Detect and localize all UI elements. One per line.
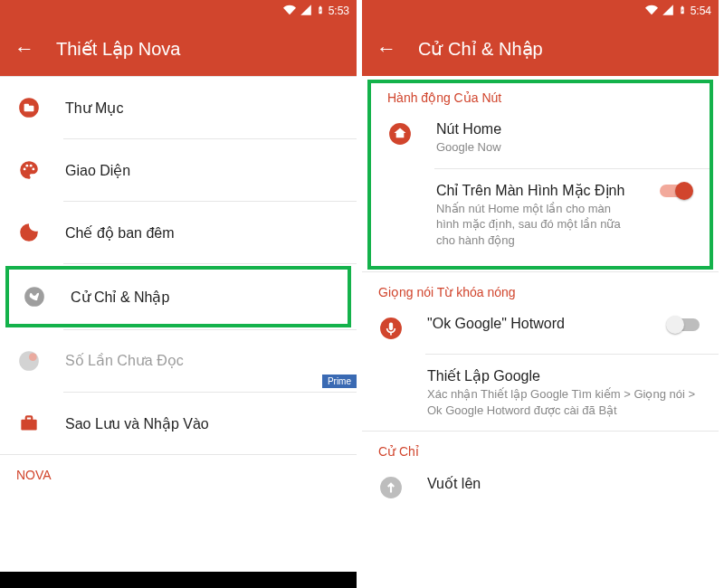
settings-list: Thư Mục Giao Diện Chế độ ban đêm Cử Chỉ … (0, 76, 357, 572)
status-bar: 5:53 (0, 0, 357, 22)
item-unread-count[interactable]: Số Lần Chưa Đọc Prime (0, 330, 357, 392)
item-label: Số Lần Chưa Đọc (65, 352, 340, 371)
prime-badge: Prime (322, 375, 357, 388)
divider (63, 263, 357, 264)
phone-right: 5:54 ← Cử Chỉ & Nhập Hành động Của Nút N… (362, 0, 724, 588)
item-label: Thư Mục (65, 100, 340, 117)
phone-left: 5:53 ← Thiết Lập Nova Thư Mục Giao Diện … (0, 0, 362, 588)
moon-icon (16, 220, 42, 245)
item-label: Chỉ Trên Màn Hình Mặc Định Nhấn nút Home… (436, 182, 634, 249)
battery-icon (316, 4, 325, 18)
svg-point-3 (24, 168, 26, 171)
item-home-button[interactable]: Nút Home Google Now (371, 109, 710, 168)
badge-icon (16, 348, 42, 374)
section-header-button-actions: Hành động Của Nút (371, 83, 710, 109)
palette-icon (16, 157, 42, 183)
svg-rect-2 (24, 104, 29, 107)
item-label: "Ok Google" Hotword (427, 316, 643, 334)
item-backup-import[interactable]: Sao Lưu và Nhập Vào (0, 393, 357, 454)
wifi-icon (283, 4, 296, 18)
app-bar: ← Thiết Lập Nova (0, 22, 357, 76)
section-header-hotword: Giọng nói Từ khóa nóng (362, 272, 719, 303)
item-label: Nút Home Google Now (436, 121, 693, 156)
status-time: 5:54 (691, 5, 711, 17)
battery-icon (678, 4, 687, 18)
svg-point-9 (29, 353, 37, 361)
svg-rect-11 (26, 416, 33, 420)
item-swipe-up[interactable]: Vuốt lên (362, 462, 719, 513)
gesture-icon (22, 284, 47, 309)
item-ok-google[interactable]: "Ok Google" Hotword (362, 303, 719, 354)
back-icon[interactable]: ← (14, 37, 34, 61)
app-bar: ← Cử Chỉ & Nhập (362, 22, 719, 76)
back-icon[interactable]: ← (376, 37, 396, 61)
svg-point-8 (19, 351, 39, 371)
folder-icon (16, 95, 42, 120)
signal-icon (662, 4, 674, 18)
item-label: Chế độ ban đêm (65, 224, 340, 242)
svg-point-6 (32, 168, 34, 171)
page-title: Cử Chỉ & Nhập (418, 38, 543, 60)
item-default-screen-only[interactable]: Chỉ Trên Màn Hình Mặc Định Nhấn nút Home… (371, 169, 710, 261)
mic-icon (378, 316, 404, 341)
nav-bar (0, 572, 357, 588)
page-title: Thiết Lập Nova (56, 38, 180, 60)
item-label: Giao Diện (65, 162, 340, 179)
item-night-mode[interactable]: Chế độ ban đêm (0, 202, 357, 263)
svg-point-5 (30, 165, 33, 167)
section-header-nova: NOVA (0, 455, 357, 486)
highlight-button-actions: Hành động Của Nút Nút Home Google Now Ch… (367, 80, 713, 270)
briefcase-icon (16, 411, 42, 436)
wifi-icon (645, 4, 658, 18)
svg-point-4 (25, 165, 28, 167)
status-bar: 5:54 (362, 0, 719, 22)
toggle-default-only[interactable] (657, 182, 693, 200)
toggle-ok-google[interactable] (666, 316, 702, 334)
section-header-gestures: Cử Chỉ (362, 432, 719, 462)
status-time: 5:53 (329, 5, 349, 17)
svg-rect-14 (389, 323, 393, 331)
settings-list: Hành động Của Nút Nút Home Google Now Ch… (362, 76, 719, 588)
highlight-gestures: Cử Chỉ & Nhập (5, 266, 351, 327)
item-label: Vuốt lên (427, 475, 702, 494)
home-icon (387, 121, 413, 147)
item-gestures-input[interactable]: Cử Chỉ & Nhập (9, 270, 348, 324)
item-folder[interactable]: Thư Mục (0, 77, 357, 138)
item-label: Sao Lưu và Nhập Vào (65, 415, 340, 432)
item-google-setup[interactable]: Thiết Lập Google Xác nhận Thiết lập Goog… (362, 355, 719, 431)
swipe-up-icon (378, 475, 404, 500)
item-look-feel[interactable]: Giao Diện (0, 139, 357, 201)
signal-icon (300, 4, 312, 18)
item-label: Cử Chỉ & Nhập (71, 289, 335, 306)
item-label: Thiết Lập Google Xác nhận Thiết lập Goog… (427, 367, 702, 418)
